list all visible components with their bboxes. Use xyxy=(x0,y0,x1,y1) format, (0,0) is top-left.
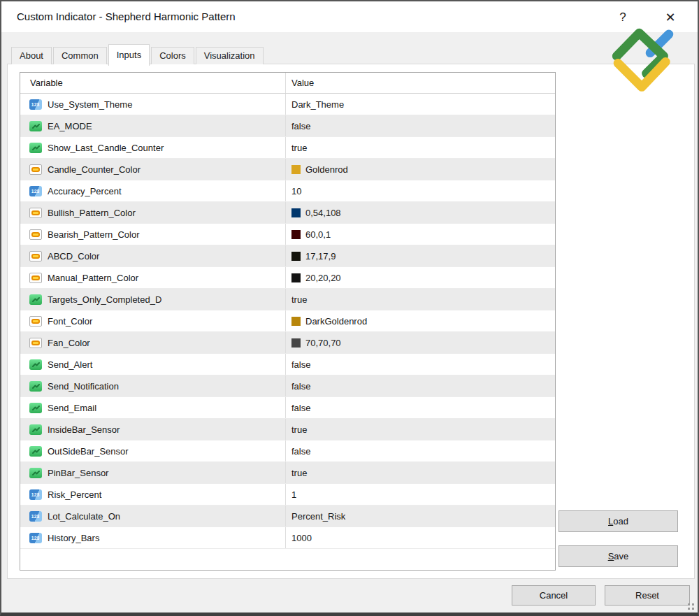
variable-name: Targets_Only_Completed_D xyxy=(48,294,161,305)
value-cell[interactable]: 20,20,20 xyxy=(286,267,555,288)
table-row[interactable]: Show_Last_Candle_Counter true xyxy=(20,137,555,159)
resize-grip[interactable] xyxy=(686,601,694,610)
value-text: true xyxy=(291,294,307,305)
variable-cell[interactable]: Show_Last_Candle_Counter xyxy=(20,137,286,158)
color-icon xyxy=(29,273,42,283)
table-row[interactable]: 123 History_Bars 1000 xyxy=(20,527,555,549)
variable-name: Font_Color xyxy=(48,316,92,327)
variable-name: Risk_Percent xyxy=(48,489,101,500)
value-cell[interactable]: Percent_Risk xyxy=(286,506,555,527)
tab-about[interactable]: About xyxy=(11,47,52,64)
variable-cell[interactable]: Bearish_Pattern_Color xyxy=(20,224,286,245)
value-cell[interactable]: 1 xyxy=(286,484,555,505)
column-header-variable: Variable xyxy=(20,73,286,93)
variable-cell[interactable]: Send_Alert xyxy=(20,354,286,375)
value-cell[interactable]: Dark_Theme xyxy=(286,94,555,115)
boolean-icon xyxy=(29,468,42,478)
numeric-icon: 123 xyxy=(29,186,42,196)
value-text: 17,17,9 xyxy=(305,251,336,262)
table-row[interactable]: Send_Email false xyxy=(20,397,555,419)
table-row[interactable]: Bullish_Pattern_Color 0,54,108 xyxy=(20,202,555,224)
value-cell[interactable]: 60,0,1 xyxy=(286,224,555,245)
color-swatch xyxy=(291,252,301,261)
tab-colors[interactable]: Colors xyxy=(151,47,194,64)
value-cell[interactable]: 10 xyxy=(286,180,555,201)
variable-cell[interactable]: 123 Risk_Percent xyxy=(20,484,286,505)
variable-name: Lot_Calculate_On xyxy=(48,511,120,522)
table-row[interactable]: Candle_Counter_Color Goldenrod xyxy=(20,159,555,180)
value-cell[interactable]: 70,70,70 xyxy=(286,332,555,353)
value-text: 60,0,1 xyxy=(305,229,331,240)
value-text: Percent_Risk xyxy=(291,511,345,522)
inputs-tab-page: Variable Value 123 Use_System_Theme Dark… xyxy=(7,64,695,579)
variable-cell[interactable]: Manual_Pattern_Color xyxy=(20,267,286,288)
value-cell[interactable]: false xyxy=(286,115,555,136)
variable-name: History_Bars xyxy=(48,533,99,543)
variable-cell[interactable]: Font_Color xyxy=(20,310,286,331)
table-row[interactable]: Targets_Only_Completed_D true xyxy=(20,289,555,310)
variable-cell[interactable]: InsideBar_Sensor xyxy=(20,419,286,440)
reset-button[interactable]: Reset xyxy=(605,585,690,606)
variable-cell[interactable]: 123 Accuracy_Percent xyxy=(20,180,286,201)
variable-cell[interactable]: PinBar_Sensor xyxy=(20,462,286,483)
boolean-icon xyxy=(29,143,42,153)
variable-cell[interactable]: EA_MODE xyxy=(20,115,286,136)
table-row[interactable]: Send_Notification false xyxy=(20,375,555,397)
value-cell[interactable]: false xyxy=(286,397,555,418)
table-row[interactable]: 123 Accuracy_Percent 10 xyxy=(20,180,555,202)
tab-common[interactable]: Common xyxy=(53,47,107,64)
variable-name: Send_Email xyxy=(48,403,96,413)
table-row[interactable]: Bearish_Pattern_Color 60,0,1 xyxy=(20,224,555,245)
value-cell[interactable]: DarkGoldenrod xyxy=(286,310,555,331)
value-cell[interactable]: Goldenrod xyxy=(286,159,555,180)
table-row[interactable]: 123 Use_System_Theme Dark_Theme xyxy=(20,94,555,115)
load-button[interactable]: Load xyxy=(559,510,678,532)
value-cell[interactable]: true xyxy=(286,137,555,158)
table-row[interactable]: Send_Alert false xyxy=(20,354,555,375)
table-row[interactable]: OutSideBar_Sensor false xyxy=(20,440,555,462)
variable-cell[interactable]: Candle_Counter_Color xyxy=(20,159,286,180)
table-row[interactable]: ABCD_Color 17,17,9 xyxy=(20,245,555,267)
column-header-value: Value xyxy=(286,73,555,93)
dialog-title: Custom Indicator - Shepherd Harmonic Pat… xyxy=(17,10,236,22)
variable-cell[interactable]: Send_Email xyxy=(20,397,286,418)
variable-name: Bullish_Pattern_Color xyxy=(48,208,136,218)
table-row[interactable]: 123 Risk_Percent 1 xyxy=(20,484,555,506)
variable-cell[interactable]: 123 Lot_Calculate_On xyxy=(20,506,286,527)
variable-cell[interactable]: Bullish_Pattern_Color xyxy=(20,202,286,223)
variable-cell[interactable]: ABCD_Color xyxy=(20,245,286,266)
variable-name: Send_Notification xyxy=(48,381,119,392)
table-row[interactable]: InsideBar_Sensor true xyxy=(20,419,555,440)
variable-cell[interactable]: 123 Use_System_Theme xyxy=(20,94,286,115)
cancel-button[interactable]: Cancel xyxy=(512,585,596,606)
litefinance-logo-icon xyxy=(611,24,675,92)
value-cell[interactable]: true xyxy=(286,462,555,483)
table-row[interactable]: 123 Lot_Calculate_On Percent_Risk xyxy=(20,506,555,527)
value-cell[interactable]: 0,54,108 xyxy=(286,202,555,223)
value-cell[interactable]: false xyxy=(286,440,555,461)
variable-name: EA_MODE xyxy=(48,121,92,131)
value-cell[interactable]: false xyxy=(286,375,555,396)
tab-inputs[interactable]: Inputs xyxy=(108,44,150,66)
table-row[interactable]: Font_Color DarkGoldenrod xyxy=(20,310,555,332)
boolean-icon xyxy=(29,403,42,413)
table-row[interactable]: Fan_Color 70,70,70 xyxy=(20,332,555,354)
value-cell[interactable]: 1000 xyxy=(286,527,555,548)
variable-cell[interactable]: Fan_Color xyxy=(20,332,286,353)
table-row[interactable]: PinBar_Sensor true xyxy=(20,462,555,484)
value-cell[interactable]: false xyxy=(286,354,555,375)
color-swatch xyxy=(291,230,301,239)
tab-visualization[interactable]: Visualization xyxy=(196,47,264,64)
value-cell[interactable]: 17,17,9 xyxy=(286,245,555,266)
boolean-icon xyxy=(29,381,42,392)
table-row[interactable]: Manual_Pattern_Color 20,20,20 xyxy=(20,267,555,289)
variable-cell[interactable]: 123 History_Bars xyxy=(20,527,286,548)
value-text: true xyxy=(291,468,307,478)
variable-cell[interactable]: Targets_Only_Completed_D xyxy=(20,289,286,310)
table-row[interactable]: EA_MODE false xyxy=(20,115,555,137)
save-button[interactable]: Save xyxy=(559,545,678,567)
value-cell[interactable]: true xyxy=(286,289,555,310)
variable-cell[interactable]: Send_Notification xyxy=(20,375,286,396)
variable-cell[interactable]: OutSideBar_Sensor xyxy=(20,440,286,461)
value-cell[interactable]: true xyxy=(286,419,555,440)
